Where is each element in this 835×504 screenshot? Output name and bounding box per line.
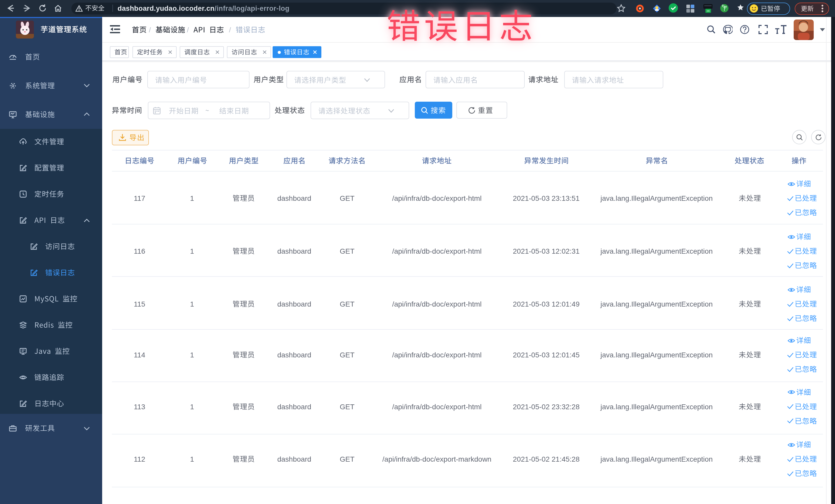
svg-text:on: on bbox=[707, 9, 710, 12]
